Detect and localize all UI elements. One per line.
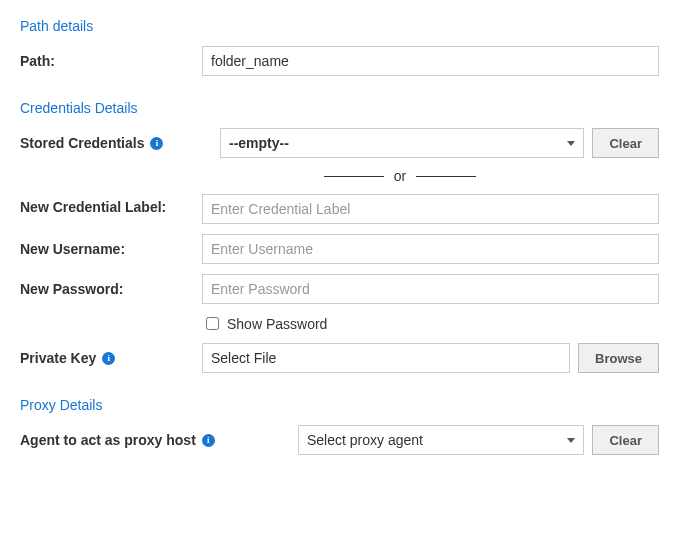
show-password-label: Show Password [227,316,327,332]
info-icon: i [102,352,115,365]
proxy-agent-value: Select proxy agent [307,432,423,448]
chevron-down-icon [567,438,575,443]
clear-proxy-button[interactable]: Clear [592,425,659,455]
info-icon: i [150,137,163,150]
stored-credentials-value: --empty-- [229,135,289,151]
path-label: Path: [20,53,180,69]
new-credential-label-input[interactable] [202,194,659,224]
stored-credentials-label: Stored Credentials i [20,135,220,151]
private-key-field[interactable]: Select File [202,343,570,373]
new-password-label: New Password: [20,281,180,297]
info-icon: i [202,434,215,447]
clear-stored-credentials-button[interactable]: Clear [592,128,659,158]
private-key-value: Select File [211,350,276,366]
new-credential-label-label: New Credential Label: [20,194,180,215]
or-divider: or [220,168,580,184]
credentials-details-title: Credentials Details [20,100,659,116]
proxy-agent-select[interactable]: Select proxy agent [298,425,584,455]
path-input[interactable] [202,46,659,76]
new-username-label: New Username: [20,241,180,257]
stored-credentials-select[interactable]: --empty-- [220,128,584,158]
proxy-details-title: Proxy Details [20,397,659,413]
show-password-checkbox[interactable] [206,317,219,330]
chevron-down-icon [567,141,575,146]
browse-button[interactable]: Browse [578,343,659,373]
agent-proxy-label: Agent to act as proxy host i [20,432,278,448]
private-key-label: Private Key i [20,350,180,366]
new-username-input[interactable] [202,234,659,264]
new-password-input[interactable] [202,274,659,304]
path-details-title: Path details [20,18,659,34]
